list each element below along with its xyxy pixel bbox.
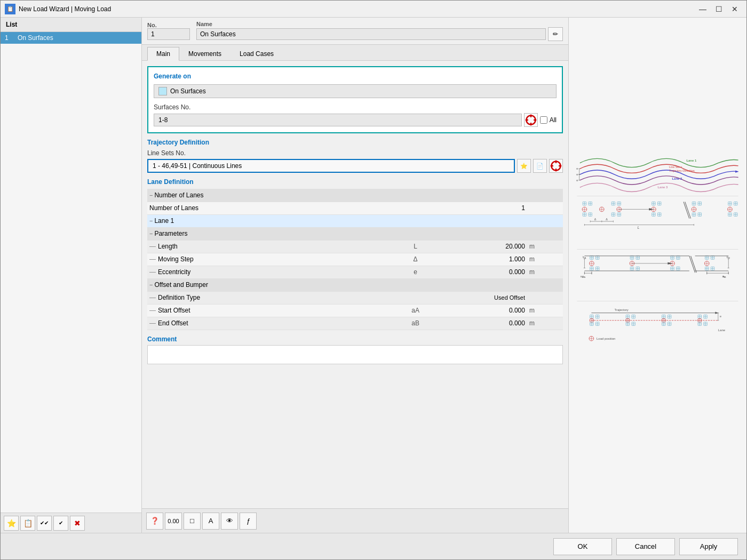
- tab-main[interactable]: Main: [147, 47, 179, 61]
- bottom-toolbar: ❓ 0.00 □ A 👁 ƒ: [142, 508, 568, 533]
- no-group: No.: [147, 22, 190, 40]
- table-row: −Parameters: [147, 227, 563, 240]
- center-panel: No. Name ✏ Main Movements Load Cases: [142, 18, 569, 533]
- cancel-button[interactable]: Cancel: [616, 538, 675, 555]
- line-set-new-button[interactable]: 📄: [533, 159, 547, 173]
- generate-on-box: Generate on On Surfaces Surfaces No.: [147, 66, 563, 133]
- text-button[interactable]: A: [202, 513, 219, 530]
- all-label: All: [550, 116, 557, 124]
- minimize-button[interactable]: —: [695, 3, 710, 15]
- lane2-label-text: Lane 2: [672, 177, 682, 180]
- eccentricity-unit: m: [529, 268, 535, 276]
- display-button[interactable]: □: [184, 513, 201, 530]
- comment-input[interactable]: [147, 345, 563, 364]
- moving-step-label: Moving Step: [158, 255, 194, 263]
- svg-text:b: b: [583, 255, 584, 259]
- all-checkbox-group[interactable]: All: [540, 116, 557, 124]
- eccentricity-sym: e: [414, 268, 417, 276]
- tab-load-cases[interactable]: Load Cases: [231, 47, 283, 60]
- copy-button[interactable]: 📋: [20, 516, 35, 531]
- end-offset-value: 0.000: [509, 319, 525, 327]
- expand-offset[interactable]: −: [149, 282, 153, 288]
- def-type-value: Used Offset: [494, 294, 525, 301]
- decimal-button[interactable]: 0.00: [165, 513, 182, 530]
- check-all-button[interactable]: ✔✔: [37, 516, 52, 531]
- surfaces-no-row: Surfaces No.: [154, 103, 557, 127]
- line-set-crosshair-icon: [550, 159, 562, 172]
- diagram-area: e e e Lane 1 Line Set = Trajectory Defin…: [569, 18, 746, 533]
- add-star-button[interactable]: ⭐: [4, 516, 19, 531]
- eccentricity-diagram: Trajectory e: [589, 308, 726, 341]
- crosshair-icon: [525, 114, 537, 126]
- list-item[interactable]: 1 On Surfaces: [1, 32, 141, 44]
- line-sets-select[interactable]: 1 - 46,49-51 | Continuous Lines: [147, 159, 515, 173]
- right-panel: e e e Lane 1 Line Set = Trajectory Defin…: [569, 18, 746, 533]
- content-area: Generate on On Surfaces Surfaces No.: [142, 61, 568, 508]
- svg-text:Trajectory: Trajectory: [615, 308, 629, 311]
- load-diagram-top: Δ Δ L: [582, 202, 737, 229]
- view-button[interactable]: 👁: [221, 513, 238, 530]
- maximize-button[interactable]: ☐: [711, 3, 726, 15]
- svg-line-189: [689, 256, 695, 273]
- left-panel-toolbar: ⭐ 📋 ✔✔ ✔ ✖: [1, 513, 141, 533]
- check-button[interactable]: ✔: [53, 516, 68, 531]
- offset-diagram: b A b B: [581, 255, 730, 278]
- generate-type-selector[interactable]: On Surfaces: [154, 84, 557, 98]
- end-offset-unit: m: [529, 319, 535, 327]
- type-indicator: [158, 87, 167, 95]
- tab-movements[interactable]: Movements: [179, 47, 231, 60]
- table-row: −Lane 1: [147, 214, 563, 227]
- line-sets-row: 1 - 46,49-51 | Continuous Lines ⭐ 📄: [147, 159, 563, 173]
- length-sym: L: [414, 243, 417, 250]
- length-unit: m: [529, 243, 535, 250]
- table-row: —Start Offset aA 0.000 m: [147, 304, 563, 317]
- surfaces-pick-button[interactable]: [524, 113, 538, 127]
- line-set-star-button[interactable]: ⭐: [517, 159, 531, 173]
- close-button[interactable]: ✕: [727, 3, 742, 15]
- name-input-container: ✏: [196, 27, 563, 41]
- all-checkbox[interactable]: [540, 116, 547, 124]
- table-row: −Offset and Bumper: [147, 278, 563, 291]
- expand-params[interactable]: −: [149, 230, 153, 237]
- moving-step-sym: Δ: [414, 255, 418, 263]
- help-button[interactable]: ❓: [146, 513, 163, 530]
- window-controls: — ☐ ✕: [695, 3, 742, 15]
- svg-text:e: e: [576, 173, 578, 176]
- start-offset-value: 0.000: [509, 307, 525, 314]
- expand-num-lanes[interactable]: −: [149, 192, 153, 198]
- svg-marker-21: [735, 171, 738, 173]
- no-input[interactable]: [147, 28, 190, 40]
- table-row: —End Offset aB 0.000 m: [147, 317, 563, 330]
- end-offset-sym: aB: [411, 319, 419, 327]
- surfaces-no-input[interactable]: [154, 114, 522, 126]
- lane1-label: Lane 1: [154, 217, 174, 225]
- params-label: Parameters: [154, 230, 187, 237]
- svg-text:A: A: [584, 257, 586, 259]
- generate-type-label: On Surfaces: [170, 87, 206, 95]
- ok-button[interactable]: OK: [553, 538, 612, 555]
- diagram-svg: e e e Lane 1 Line Set = Trajectory Defin…: [574, 23, 741, 527]
- name-input[interactable]: [196, 28, 546, 40]
- load-position-label: Load position: [597, 337, 615, 340]
- expand-lane1[interactable]: −: [149, 218, 153, 224]
- svg-text:a: a: [722, 275, 724, 278]
- main-area: List 1 On Surfaces ⭐ 📋 ✔✔ ✔ ✖ No.: [1, 18, 746, 533]
- left-panel: List 1 On Surfaces ⭐ 📋 ✔✔ ✔ ✖: [1, 18, 142, 533]
- formula-button[interactable]: ƒ: [240, 513, 257, 530]
- svg-text:A: A: [584, 276, 585, 278]
- lane-definition-section: Lane Definition −Number of Lanes: [147, 178, 563, 330]
- delete-button[interactable]: ✖: [70, 516, 85, 531]
- svg-line-103: [684, 202, 689, 218]
- line-set-pick-button[interactable]: [549, 159, 563, 173]
- svg-text:Δ: Δ: [606, 218, 608, 221]
- moving-step-unit: m: [529, 255, 535, 263]
- comment-label: Comment: [147, 335, 563, 343]
- svg-text:L: L: [638, 226, 640, 229]
- length-value: 20.000: [505, 243, 525, 250]
- info-bar: No. Name ✏: [142, 18, 568, 45]
- svg-line-190: [691, 256, 697, 273]
- generate-on-title: Generate on: [154, 73, 557, 80]
- apply-button[interactable]: Apply: [679, 538, 738, 555]
- name-label: Name: [196, 21, 563, 27]
- edit-button[interactable]: ✏: [548, 27, 563, 41]
